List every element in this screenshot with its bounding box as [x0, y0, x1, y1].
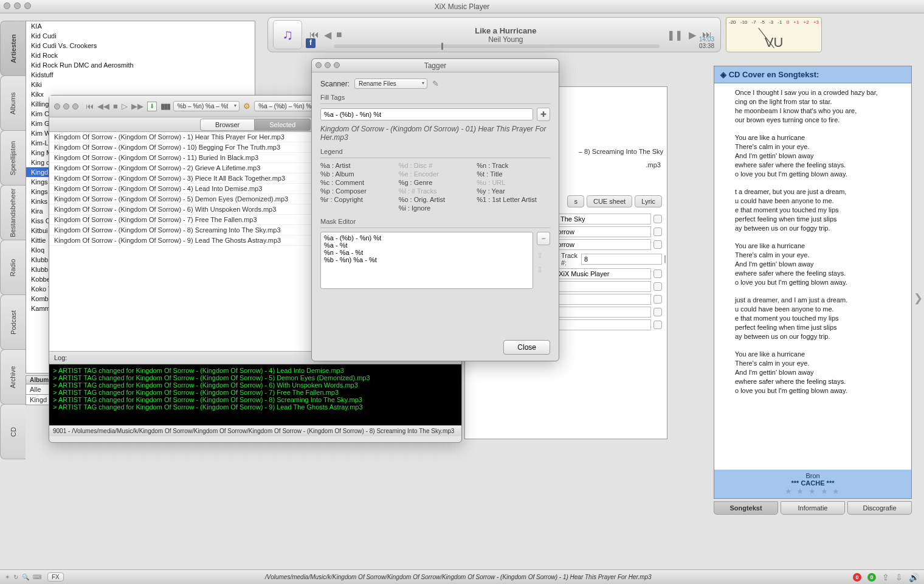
- rewind-icon[interactable]: ◀: [324, 29, 331, 41]
- info-tab[interactable]: s: [567, 195, 584, 207]
- pause-icon[interactable]: ❚❚: [667, 29, 683, 41]
- info-field[interactable]: [550, 214, 651, 224]
- scanner-label: Scanner:: [320, 80, 350, 88]
- view-icon[interactable]: ▮▮▮: [160, 102, 170, 111]
- rew-icon[interactable]: ◀◀: [97, 102, 109, 111]
- remove-mask-button[interactable]: −: [537, 232, 550, 245]
- info-field[interactable]: [550, 281, 651, 292]
- mask-editor-label: Mask Editor: [320, 218, 550, 225]
- tagger-dialog: Tagger Scanner: Rename Files ✎ Fill Tags…: [311, 58, 559, 361]
- volume-icon[interactable]: 🔊: [909, 572, 919, 582]
- settings-icon[interactable]: ⚙: [243, 102, 250, 111]
- artist-row[interactable]: KIA: [26, 21, 255, 31]
- prev-icon[interactable]: ⏮: [86, 102, 94, 111]
- upload-icon[interactable]: ⇪: [882, 572, 889, 582]
- traffic-lights[interactable]: [315, 62, 340, 68]
- stop-icon[interactable]: ■: [336, 29, 342, 40]
- now-playing-title: Like a Hurricane: [345, 26, 667, 35]
- keyboard-icon[interactable]: ⌨: [33, 574, 41, 580]
- vtab-podcast[interactable]: Podcast: [0, 294, 26, 350]
- move-down-icon[interactable]: ⇩: [537, 266, 550, 274]
- vtab-artiesten[interactable]: Artiesten: [0, 21, 26, 76]
- mask-input[interactable]: [320, 108, 533, 120]
- vertical-tabs: ArtiestenAlbumsSpeellijstenBestandsbehee…: [0, 21, 26, 459]
- field-checkbox[interactable]: [653, 240, 662, 249]
- expand-handle-icon[interactable]: ❯: [914, 291, 923, 305]
- time-readout: 14:03 03:38: [699, 36, 714, 49]
- lyrics-cache: *** CACHE ***: [717, 479, 909, 487]
- lyrics-header: CD Cover en Songtekst:: [714, 66, 911, 83]
- seek-bar[interactable]: [334, 44, 660, 48]
- field-checkbox[interactable]: [653, 228, 662, 236]
- artist-row[interactable]: Kid Rock Run DMC and Aerosmith: [26, 60, 255, 70]
- scanner-select[interactable]: Rename Files: [354, 78, 427, 89]
- field-checkbox[interactable]: [653, 269, 662, 278]
- info-field[interactable]: [550, 239, 651, 250]
- legend-grid: %a : Artist%d : Disc #%n : Track%b : Alb…: [320, 162, 550, 212]
- play-icon[interactable]: ▶: [689, 29, 696, 41]
- repeat-icon[interactable]: ↻: [13, 574, 18, 580]
- fwd-icon[interactable]: ▶▶: [131, 102, 143, 111]
- info-field[interactable]: [550, 319, 651, 330]
- info-field[interactable]: [550, 268, 651, 279]
- field-checkbox[interactable]: [653, 308, 662, 316]
- fx-button[interactable]: FX: [47, 572, 64, 582]
- stop-icon[interactable]: ■: [113, 102, 118, 111]
- field-checkbox[interactable]: [653, 215, 662, 223]
- vtab-bestandsbeheer[interactable]: Bestandsbeheer: [0, 185, 26, 240]
- play-icon[interactable]: ▷: [122, 102, 128, 111]
- artist-row[interactable]: Kid Cudi Vs. Crookers: [26, 41, 255, 50]
- lyric-tab[interactable]: Songtekst: [714, 501, 778, 515]
- info-field[interactable]: [550, 307, 651, 318]
- download-icon[interactable]: ⬇: [147, 102, 157, 111]
- info-field[interactable]: [550, 226, 651, 237]
- edit-icon[interactable]: ✎: [432, 79, 439, 88]
- field-checkbox[interactable]: [653, 282, 662, 291]
- traffic-lights[interactable]: [54, 103, 78, 109]
- vtab-cd[interactable]: CD: [0, 404, 26, 459]
- vtab-archive[interactable]: Archive: [0, 349, 26, 405]
- main-titlebar: XiX Music Player: [0, 0, 924, 13]
- track-number-input[interactable]: [581, 254, 662, 265]
- lyrics-bron: Bron: [717, 472, 909, 479]
- preview-filename: Kingdom Of Sorrow - (Kingdom Of Sorrow) …: [320, 125, 550, 142]
- tab-selected[interactable]: Selected: [255, 119, 311, 131]
- mask-combo-1[interactable]: %b – %n) %a – %t: [173, 101, 240, 111]
- lyric-tab[interactable]: Discografie: [847, 501, 912, 515]
- vtab-radio[interactable]: Radio: [0, 240, 26, 295]
- artist-row[interactable]: Kidstuff: [26, 70, 255, 80]
- artist-row[interactable]: Kiki: [26, 80, 255, 89]
- traffic-lights[interactable]: [4, 2, 31, 9]
- lyrics-tabs[interactable]: SongtekstInformatieDiscografie: [714, 501, 912, 515]
- lyrics-panel: CD Cover en Songtekst: Once I thought I …: [714, 66, 912, 499]
- download-icon[interactable]: ⇩: [895, 572, 903, 582]
- field-checkbox[interactable]: [653, 321, 662, 329]
- tab-browser[interactable]: Browser: [200, 119, 255, 131]
- facebook-icon[interactable]: f: [306, 38, 315, 48]
- close-button[interactable]: Close: [503, 340, 550, 355]
- lyric-tab[interactable]: Informatie: [781, 501, 845, 515]
- info-tabs[interactable]: sCUE sheetLyric: [567, 195, 662, 207]
- vtab-speellijsten[interactable]: Speellijsten: [0, 130, 26, 186]
- file-ext: .mp3: [646, 161, 661, 169]
- shuffle-icon[interactable]: ✶: [5, 574, 10, 580]
- legend-label: Legend: [320, 148, 550, 155]
- move-up-icon[interactable]: ⇧: [537, 251, 550, 260]
- status-bar: ✶ ↻ 🔍 ⌨ FX /Volumes/media/Music/k/Kingdo…: [0, 569, 924, 584]
- info-field[interactable]: [550, 294, 651, 305]
- app-title: XiX Music Player: [435, 2, 490, 11]
- search-icon[interactable]: 🔍: [22, 574, 29, 580]
- track-info-title-fragment: – 8) Screaming Into The Sky: [579, 148, 663, 155]
- add-mask-button[interactable]: ✚: [537, 108, 550, 121]
- rating-stars[interactable]: ★ ★ ★ ★ ★: [717, 487, 909, 496]
- vtab-albums[interactable]: Albums: [0, 75, 26, 131]
- info-tab[interactable]: CUE sheet: [587, 195, 632, 207]
- artist-row[interactable]: Kid Rock: [26, 50, 255, 60]
- field-checkbox[interactable]: [653, 295, 662, 304]
- mask-list[interactable]: %a - (%b) - %n) %t %a - %t %n - %a - %t …: [320, 232, 533, 289]
- artist-row[interactable]: Kid Cudi: [26, 31, 255, 41]
- vu-meter: -20-10-7-5-3-10+1+2+3 VU: [726, 17, 822, 52]
- field-checkbox[interactable]: [664, 255, 666, 263]
- browser-statusbar: 9001 - /Volumes/media/Music/k/Kingdom Of…: [49, 425, 461, 436]
- info-tab[interactable]: Lyric: [635, 195, 662, 207]
